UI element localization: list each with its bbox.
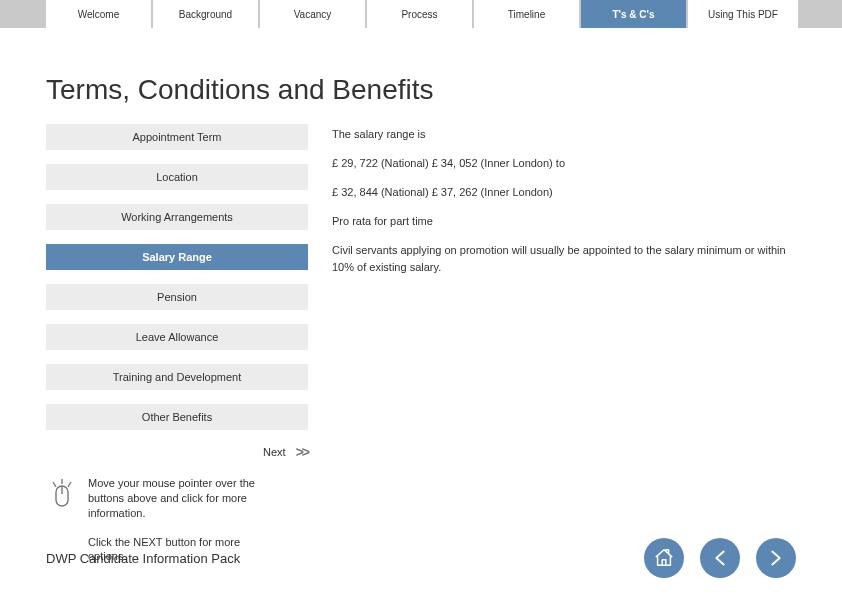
tab-background[interactable]: Background xyxy=(153,0,258,28)
sidebar-salary-range[interactable]: Salary Range xyxy=(46,244,308,270)
arrow-left-icon xyxy=(709,547,731,569)
sidebar-working-arrangements[interactable]: Working Arrangements xyxy=(46,204,308,230)
body-line-2: £ 29, 722 (National) £ 34, 052 (Inner Lo… xyxy=(332,155,796,172)
sidebar-leave-allowance[interactable]: Leave Allowance xyxy=(46,324,308,350)
sidebar-training-development[interactable]: Training and Development xyxy=(46,364,308,390)
home-button[interactable] xyxy=(644,538,684,578)
page-title: Terms, Conditions and Benefits xyxy=(46,74,796,106)
sidebar-other-benefits[interactable]: Other Benefits xyxy=(46,404,308,430)
mouse-pointer-icon xyxy=(46,478,76,514)
next-button[interactable]: Next >> xyxy=(46,444,308,460)
tab-vacancy[interactable]: Vacancy xyxy=(260,0,365,28)
content-body: The salary range is £ 29, 722 (National)… xyxy=(332,124,796,564)
sidebar-pension[interactable]: Pension xyxy=(46,284,308,310)
chevron-right-icon: >> xyxy=(296,444,308,460)
arrow-right-icon xyxy=(765,547,787,569)
tab-timeline[interactable]: Timeline xyxy=(474,0,579,28)
tab-process[interactable]: Process xyxy=(367,0,472,28)
body-line-4: Pro rata for part time xyxy=(332,213,796,230)
tab-welcome[interactable]: Welcome xyxy=(46,0,151,28)
body-line-1: The salary range is xyxy=(332,126,796,143)
sidebar-appointment-term[interactable]: Appointment Term xyxy=(46,124,308,150)
sidebar-location[interactable]: Location xyxy=(46,164,308,190)
hint-text-1: Move your mouse pointer over the buttons… xyxy=(88,476,268,521)
footer-title: DWP Candidate Information Pack xyxy=(46,551,240,566)
home-icon xyxy=(653,547,675,569)
sidebar: Appointment Term Location Working Arrang… xyxy=(46,124,308,564)
next-page-button[interactable] xyxy=(756,538,796,578)
footer-nav xyxy=(644,538,796,578)
prev-button[interactable] xyxy=(700,538,740,578)
body-line-5: Civil servants applying on promotion wil… xyxy=(332,242,796,276)
tab-ts-cs[interactable]: T's & C's xyxy=(581,0,686,28)
next-label: Next xyxy=(263,446,286,458)
body-line-3: £ 32, 844 (National) £ 37, 262 (Inner Lo… xyxy=(332,184,796,201)
top-nav: Welcome Background Vacancy Process Timel… xyxy=(0,0,842,28)
tab-using-pdf[interactable]: Using This PDF xyxy=(688,0,798,28)
